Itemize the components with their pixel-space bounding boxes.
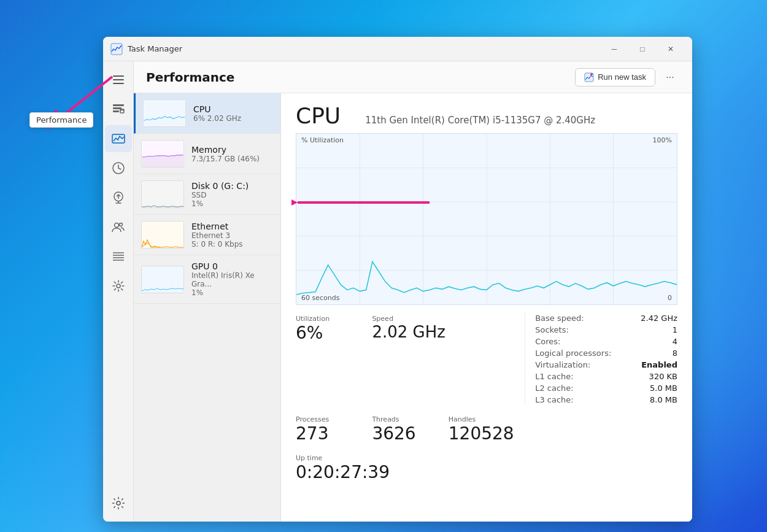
disk-device-sub1: SSD — [191, 191, 273, 199]
cpu-device-sub: 6% 2.02 GHz — [193, 114, 273, 123]
ethernet-device-sub1: Ethernet 3 — [191, 231, 273, 240]
history-icon — [112, 161, 125, 175]
window-title: Task Manager — [128, 44, 182, 53]
main-area: Performance Run new task ··· — [134, 61, 692, 522]
gpu-device-name: GPU 0 — [191, 261, 273, 271]
close-button[interactable]: ✕ — [657, 39, 685, 59]
task-manager-window: Task Manager ─ □ ✕ — [103, 37, 692, 522]
startup-icon — [112, 191, 125, 204]
detail-device-model: 11th Gen Intel(R) Core(TM) i5-1135G7 @ 2… — [365, 115, 595, 126]
disk-mini-chart — [141, 180, 184, 208]
cpu-mini-chart — [143, 99, 186, 127]
chart-svg — [296, 134, 677, 304]
svg-point-11 — [114, 223, 118, 228]
gpu-device-sub1: Intel(R) Iris(R) Xe Gra... — [191, 271, 273, 288]
memory-mini-chart — [141, 140, 184, 168]
device-item-disk[interactable]: Disk 0 (G: C:) SSD 1% — [134, 174, 280, 215]
sidebar-item-details[interactable] — [105, 243, 132, 270]
svg-point-12 — [119, 223, 122, 226]
ethernet-device-sub2: S: 0 R: 0 Kbps — [191, 240, 273, 249]
detail-header: CPU 11th Gen Intel(R) Core(TM) i5-1135G7… — [296, 103, 677, 128]
svg-marker-25 — [142, 155, 183, 167]
device-item-gpu[interactable]: GPU 0 Intel(R) Iris(R) Xe Gra... 1% — [134, 255, 280, 304]
sidebar-item-startup[interactable] — [105, 184, 132, 211]
maximize-button[interactable]: □ — [628, 39, 657, 59]
performance-tooltip: Performance — [29, 112, 93, 128]
chart-x-label: 60 seconds — [301, 294, 339, 302]
cpu-chart: % Utilization 100% — [296, 133, 677, 305]
sidebar-item-history[interactable] — [105, 155, 132, 182]
threads-stat: Threads 3626 — [372, 413, 448, 447]
ethernet-mini-chart — [141, 221, 184, 249]
more-options-button[interactable]: ··· — [660, 67, 680, 87]
chart-y-label: % Utilization — [301, 136, 344, 144]
chart-x-min: 0 — [668, 294, 672, 302]
sidebar-item-services[interactable] — [105, 272, 132, 299]
settings-icon — [112, 496, 125, 510]
svg-rect-22 — [144, 100, 185, 126]
svg-rect-27 — [142, 222, 184, 249]
handles-stat: Handles 120528 — [449, 413, 525, 447]
ethernet-device-name: Ethernet — [191, 222, 273, 231]
disk-device-sub2: 1% — [191, 199, 273, 208]
app-icon — [110, 43, 123, 55]
disk-device-name: Disk 0 (G: C:) — [191, 181, 273, 191]
title-bar: Task Manager ─ □ ✕ — [103, 37, 692, 61]
run-task-icon — [584, 72, 594, 82]
device-item-ethernet[interactable]: Ethernet Ethernet 3 S: 0 R: 0 Kbps — [134, 215, 280, 255]
specs-table: Base speed: 2.42 GHz Sockets: 1 Cores: 4 — [525, 312, 677, 406]
services-icon — [112, 279, 125, 293]
utilization-stat: Utilization 6% — [296, 312, 372, 406]
users-icon — [112, 220, 125, 234]
chart-y-max: 100% — [653, 136, 672, 144]
svg-rect-26 — [142, 181, 184, 208]
stats-grid-2: Processes 273 Threads 3626 Handles 12052… — [296, 413, 677, 447]
cpu-device-name: CPU — [193, 104, 273, 114]
sidebar-item-users[interactable] — [105, 214, 132, 241]
uptime-stat: Up time 0:20:27:39 — [296, 454, 677, 483]
minimize-button[interactable]: ─ — [600, 39, 628, 59]
memory-device-sub: 7.3/15.7 GB (46%) — [191, 155, 273, 163]
run-new-task-button[interactable]: Run new task — [575, 68, 655, 87]
details-icon — [112, 250, 125, 263]
settings-button[interactable] — [105, 490, 132, 517]
detail-device-name: CPU — [296, 103, 341, 128]
memory-device-name: Memory — [191, 145, 273, 155]
content-split: CPU 6% 2.02 GHz — [134, 93, 692, 522]
stats-grid: Utilization 6% Speed 2.02 GHz — [296, 312, 677, 406]
svg-point-17 — [117, 284, 120, 288]
device-item-memory[interactable]: Memory 7.3/15.7 GB (46%) — [134, 134, 280, 174]
svg-point-18 — [117, 501, 120, 505]
device-list: CPU 6% 2.02 GHz — [134, 93, 281, 522]
device-item-cpu[interactable]: CPU 6% 2.02 GHz — [134, 93, 280, 134]
speed-stat: Speed 2.02 GHz — [372, 312, 448, 406]
page-title: Performance — [146, 70, 575, 85]
detail-panel: CPU 11th Gen Intel(R) Core(TM) i5-1135G7… — [281, 93, 692, 522]
gpu-mini-chart — [141, 266, 184, 293]
processes-stat: Processes 273 — [296, 413, 372, 447]
main-header: Performance Run new task ··· — [134, 61, 692, 93]
gpu-device-sub2: 1% — [191, 288, 273, 297]
